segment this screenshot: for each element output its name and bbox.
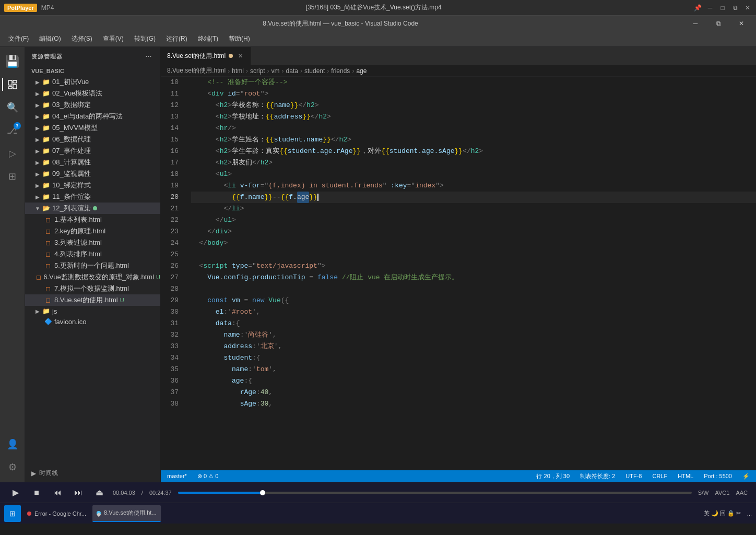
breadcrumb-data[interactable]: data <box>286 67 298 75</box>
menu-select[interactable]: 选择(S) <box>67 32 97 45</box>
close-button[interactable]: ✕ <box>743 4 752 12</box>
taskbar-start-btn[interactable]: ⊞ <box>4 505 21 522</box>
status-encoding[interactable]: UTF-8 <box>623 473 644 479</box>
taskbar-item-vscode[interactable]: ◆ 8.Vue.set的使用.ht... <box>92 505 160 522</box>
sidebar-item-label: 5.更新时的一个问题.html <box>54 261 129 270</box>
sidebar: 资源管理器 ··· VUE_BASIC ▶ 📁 01_初识Vue ▶ 📁 02_… <box>25 47 161 482</box>
sidebar-file-2[interactable]: ◻ 2.key的原理.html <box>25 225 160 237</box>
breadcrumb-sep: › <box>327 67 329 75</box>
status-position[interactable]: 行 20，列 30 <box>534 472 572 480</box>
breadcrumb-student[interactable]: student <box>304 67 325 75</box>
line-num-24: 24 <box>161 237 179 249</box>
chevron-right-icon: ▶ <box>33 124 42 132</box>
menu-goto[interactable]: 转到(G) <box>130 32 160 45</box>
sidebar-item-05[interactable]: ▶ 📁 05_MVVM模型 <box>25 122 160 134</box>
line-num-12: 12 <box>161 100 179 111</box>
sidebar-folder-js[interactable]: ▶ 📁 js <box>25 306 160 316</box>
activity-icon-settings[interactable]: ⚙ <box>2 457 23 478</box>
status-language[interactable]: HTML <box>676 473 695 479</box>
menu-edit[interactable]: 编辑(O) <box>35 32 65 45</box>
chevron-down-icon: ▼ <box>33 204 42 212</box>
vscode-restore-btn[interactable]: ⧉ <box>708 16 729 31</box>
code-line-10: <!-- 准备好一个容器--> <box>191 77 756 88</box>
menu-run[interactable]: 运行(R) <box>162 32 192 45</box>
status-errors[interactable]: ⊗ 0 ⚠ 0 <box>195 473 220 480</box>
sidebar-item-07[interactable]: ▶ 📁 07_事件处理 <box>25 145 160 157</box>
code-line-36: age:{ <box>191 375 756 387</box>
code-line-33: address:'北京', <box>191 341 756 352</box>
sidebar-root[interactable]: VUE_BASIC <box>25 66 160 76</box>
error-icon: ⊗ <box>197 473 202 479</box>
eject-btn[interactable]: ⏏ <box>92 485 107 500</box>
sidebar-item-10[interactable]: ▶ 📁 10_绑定样式 <box>25 180 160 191</box>
sidebar-file-3[interactable]: ◻ 3.列表过滤.html <box>25 237 160 248</box>
breadcrumb-age[interactable]: age <box>356 67 367 75</box>
menu-help[interactable]: 帮助(H) <box>225 32 254 45</box>
activity-icon-source-control[interactable]: ⎇ 3 <box>2 120 23 141</box>
vscode-minimize-btn[interactable]: ─ <box>685 16 706 31</box>
sidebar-file-1[interactable]: ◻ 1.基本列表.html <box>25 214 160 225</box>
html-file-icon: ◻ <box>44 250 52 258</box>
menu-file[interactable]: 文件(F) <box>4 32 33 45</box>
taskbar-item-chrome[interactable]: Error - Google Chr... <box>23 505 90 522</box>
breadcrumb-script[interactable]: script <box>250 67 265 75</box>
sidebar-file-5[interactable]: ◻ 5.更新时的一个问题.html <box>25 260 160 271</box>
folder-icon: 📁 <box>42 112 50 121</box>
next-btn[interactable]: ⏭ <box>71 485 86 500</box>
sidebar-file-favicon[interactable]: 🔷 favicon.ico <box>25 316 160 327</box>
sidebar-file-6[interactable]: ◻ 6.Vue监测数据改变的原理_对象.html U <box>25 271 160 283</box>
sidebar-item-04[interactable]: ▶ 📁 04_el与data的两种写法 <box>25 111 160 122</box>
sidebar-item-12[interactable]: ▼ 📂 12_列表渲染 <box>25 203 160 214</box>
sidebar-item-03[interactable]: ▶ 📁 03_数据绑定 <box>25 99 160 111</box>
restore-button[interactable]: ⧉ <box>731 4 739 12</box>
status-live[interactable]: ⚡ <box>740 473 752 480</box>
vscode-close-btn[interactable]: ✕ <box>731 16 752 31</box>
stop-btn[interactable]: ■ <box>29 485 44 500</box>
line-num-15: 15 <box>161 134 179 146</box>
sidebar-file-8[interactable]: ◻ 8.Vue.set的使用.html U <box>25 294 160 306</box>
sidebar-file-7[interactable]: ◻ 7.模拟一个数据监测.html <box>25 283 160 294</box>
sidebar-file-4[interactable]: ◻ 4.列表排序.html <box>25 248 160 260</box>
line-num-13: 13 <box>161 111 179 123</box>
activity-icon-debug[interactable]: ▷ <box>2 143 23 164</box>
tab-close-btn[interactable]: ✕ <box>236 52 244 60</box>
menu-view[interactable]: 查看(V) <box>99 32 128 45</box>
menu-terminal[interactable]: 终端(T) <box>194 32 222 45</box>
progress-bar[interactable] <box>178 492 692 494</box>
prev-btn[interactable]: ⏮ <box>50 485 65 500</box>
activity-icon-explorer[interactable] <box>2 74 23 95</box>
svg-rect-2 <box>13 85 17 89</box>
activity-icon-search[interactable]: 🔍 <box>2 97 23 118</box>
pin-button[interactable]: 📌 <box>693 4 702 12</box>
play-btn[interactable]: ▶ <box>8 485 23 500</box>
sidebar-item-01[interactable]: ▶ 📁 01_初识Vue <box>25 76 160 88</box>
code-line-28 <box>191 283 756 295</box>
potplayer-logo[interactable]: PotPlayer <box>4 4 37 12</box>
activity-icon-save[interactable]: 💾 <box>2 51 23 72</box>
sidebar-item-08[interactable]: ▶ 📁 08_计算属性 <box>25 157 160 168</box>
status-branch[interactable]: master* <box>165 473 189 479</box>
maximize-button[interactable]: □ <box>718 4 727 12</box>
sidebar-more-btn[interactable]: ··· <box>144 51 154 62</box>
chevron-right-icon: ▶ <box>33 135 42 144</box>
timeline-section[interactable]: ▶ 时间线 <box>25 465 160 482</box>
activity-icon-extensions[interactable]: ⊞ <box>2 166 23 187</box>
sidebar-item-09[interactable]: ▶ 📁 09_监视属性 <box>25 168 160 180</box>
minimize-button[interactable]: ─ <box>706 4 714 12</box>
breadcrumb-file[interactable]: 8.Vue.set的使用.html <box>167 66 226 75</box>
breadcrumb-friends[interactable]: friends <box>331 67 350 75</box>
status-line-ending[interactable]: CRLF <box>650 473 669 479</box>
activity-icon-account[interactable]: 👤 <box>2 434 23 455</box>
sidebar-item-02[interactable]: ▶ 📁 02_Vue模板语法 <box>25 88 160 99</box>
breadcrumb-vm[interactable]: vm <box>271 67 280 75</box>
html-file-icon: ◻ <box>44 261 52 270</box>
status-spaces[interactable]: 制表符长度: 2 <box>578 472 617 480</box>
sidebar-item-06[interactable]: ▶ 📁 06_数据代理 <box>25 134 160 145</box>
breadcrumb-html[interactable]: html <box>232 67 244 75</box>
sidebar-item-11[interactable]: ▶ 📁 11_条件渲染 <box>25 191 160 203</box>
tab-vue-set[interactable]: 8.Vue.set的使用.html ✕ <box>161 47 251 65</box>
code-line-16: <h2>学生年龄：真实{{student.age.rAge}}，对外{{stud… <box>191 146 756 157</box>
video-label-avc: AVC1 <box>715 490 729 496</box>
code-editor[interactable]: 10 11 12 13 14 15 16 17 18 19 20 21 22 2… <box>161 77 756 470</box>
status-port[interactable]: Port : 5500 <box>702 473 734 479</box>
